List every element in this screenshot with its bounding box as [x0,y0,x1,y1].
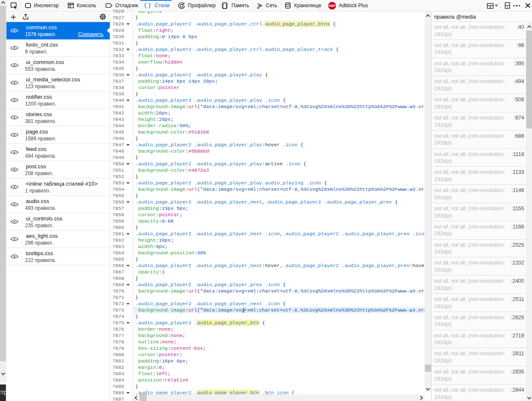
svg-text:ABP: ABP [329,4,335,7]
